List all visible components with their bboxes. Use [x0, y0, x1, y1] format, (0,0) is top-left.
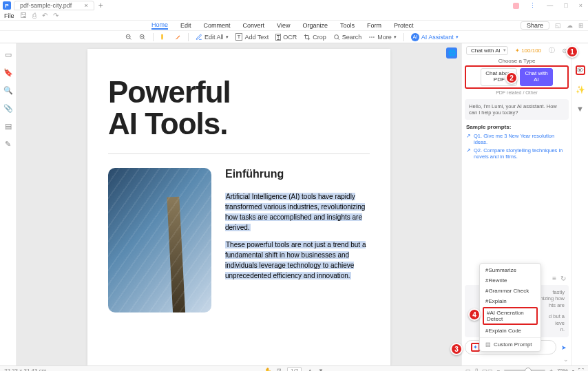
choose-type-label: Choose a Type — [465, 58, 569, 64]
edit-all-button[interactable]: Edit All▾ — [196, 34, 229, 41]
menu-explain-code[interactable]: #Explain Code — [480, 326, 540, 336]
cloud-icon[interactable]: ☁ — [567, 22, 573, 29]
svg-line-4 — [143, 38, 145, 39]
crop-button[interactable]: Crop — [304, 34, 326, 41]
page-dimensions: 22.23 x 31.43 cm — [4, 368, 46, 372]
svg-point-11 — [370, 36, 370, 37]
save-icon[interactable]: 🖫 — [20, 12, 27, 19]
bookmarks-icon[interactable]: 🔖 — [4, 68, 12, 76]
zoom-in-button[interactable] — [139, 34, 146, 41]
subtype-label: PDF related / Other — [465, 90, 569, 95]
window-icon[interactable]: ⊞ — [578, 22, 584, 29]
redo-icon[interactable]: ↷ — [53, 12, 59, 19]
menu-edit[interactable]: Edit — [180, 22, 191, 29]
fullscreen-icon[interactable]: ⛶ — [578, 368, 584, 372]
hand-tool-icon[interactable]: ✋ — [264, 368, 271, 372]
menu-organize[interactable]: Organize — [302, 22, 328, 29]
document-para1[interactable]: Artificial Intelligence (AI) tools have … — [225, 191, 370, 233]
color-indicator — [513, 3, 519, 9]
menu-dots-icon[interactable]: ⋮ — [527, 2, 538, 9]
document-subtitle: Einführung — [225, 168, 370, 180]
annotation-3: 3 — [450, 343, 463, 355]
menu-protect[interactable]: Protect — [394, 22, 414, 29]
file-tab-name: pdf-sample-city.pdf — [20, 2, 72, 9]
signatures-icon[interactable]: ✎ — [4, 140, 12, 148]
sample-prompt-1[interactable]: ↗ Q1. Give me 3 New Year resolution idea… — [466, 133, 567, 145]
view-facing-icon[interactable]: ▭▭ — [482, 368, 493, 372]
menu-convert[interactable]: Convert — [243, 22, 265, 29]
token-count: ✦100/100 — [515, 47, 541, 54]
info-icon[interactable]: ⓘ — [549, 46, 555, 55]
menu-form[interactable]: Form — [367, 22, 381, 29]
next-page-icon[interactable]: ▼ — [318, 368, 324, 372]
menu-grammar[interactable]: #Grammar Check — [480, 286, 540, 296]
undo-icon[interactable]: ↶ — [42, 12, 48, 19]
list-icon: ▤ — [485, 341, 491, 348]
fit-page-icon[interactable]: ⊡ — [277, 368, 282, 372]
annotation-1: 1 — [566, 45, 578, 58]
menu-summarize[interactable]: #Summarize — [480, 265, 540, 275]
page-input[interactable]: 1/2 — [287, 367, 302, 372]
attachments-icon[interactable]: 📎 — [4, 104, 12, 112]
file-menu[interactable]: File — [4, 12, 14, 19]
chat-mode-dropdown[interactable]: Chat with AI — [466, 46, 508, 55]
pdf-page: Powerful AI Tools. Einführung Artificial… — [87, 49, 390, 365]
file-tab[interactable]: pdf-sample-city.pdf × — [14, 1, 94, 10]
user-icon[interactable]: ◱ — [555, 22, 561, 29]
window-minimize-button[interactable]: — — [544, 2, 556, 9]
ai-assistant-button[interactable]: AI AI Assistant▾ — [411, 33, 459, 41]
svg-rect-7 — [161, 34, 163, 39]
svg-point-13 — [374, 36, 375, 37]
window-maximize-button[interactable]: □ — [561, 2, 570, 9]
ocr-button[interactable]: T̲ OCR — [275, 34, 297, 41]
new-tab-button[interactable]: + — [98, 1, 103, 10]
add-text-button[interactable]: T Add Text — [235, 33, 269, 41]
pen-tool[interactable] — [174, 34, 181, 41]
menu-home[interactable]: Home — [151, 21, 168, 30]
menu-custom-prompt[interactable]: ▤ Custom Prompt — [480, 339, 540, 350]
menu-ai-detect[interactable]: #AI Generation Detect — [483, 307, 538, 325]
svg-line-1 — [129, 38, 131, 39]
zoom-out-button[interactable] — [125, 34, 132, 41]
sample-prompts-label: Sample prompts: — [466, 124, 567, 130]
svg-rect-8 — [161, 39, 163, 39]
scroll-down-icon[interactable]: ⌄ — [563, 356, 569, 363]
menu-comment[interactable]: Comment — [204, 22, 231, 29]
annotation-4: 4 — [468, 308, 481, 321]
more-button[interactable]: More▾ — [368, 34, 397, 41]
view-continuous-icon[interactable]: ▯ — [475, 368, 478, 372]
sample-prompt-2[interactable]: ↗ Q2. Compare storytelling techniques in… — [466, 147, 567, 160]
translate-badge-icon[interactable]: 🌐 — [446, 47, 457, 59]
zoom-percent[interactable]: 75% — [557, 368, 568, 372]
svg-point-12 — [372, 36, 372, 37]
zoom-in-status[interactable]: + — [549, 368, 553, 372]
search-button[interactable]: Search — [333, 34, 362, 41]
menu-explain[interactable]: #Explain — [480, 296, 540, 306]
chat-with-ai-button[interactable]: Chat withAI — [520, 68, 552, 86]
document-title: Powerful AI Tools. — [108, 76, 370, 140]
expand-icon[interactable]: ↻ — [560, 275, 566, 282]
document-para2[interactable]: These powerful tools are not just a tren… — [225, 240, 370, 281]
print-icon[interactable]: ⎙ — [32, 12, 36, 19]
filter-icon[interactable]: ▼ — [576, 104, 585, 114]
history-icon[interactable]: ≡ — [552, 275, 556, 282]
window-close-button[interactable]: × — [576, 2, 585, 9]
view-single-icon[interactable]: ▭ — [465, 368, 471, 372]
search-rail-icon[interactable]: 🔍 — [4, 86, 12, 94]
zoom-out-status[interactable]: − — [497, 368, 501, 372]
highlighter-tool[interactable] — [160, 34, 167, 41]
close-tab-icon[interactable]: × — [84, 2, 87, 9]
menu-view[interactable]: View — [277, 22, 290, 29]
menu-rewrite[interactable]: #Rewrite — [480, 275, 540, 286]
svg-point-9 — [334, 34, 338, 39]
arrow-icon: ↗ — [466, 133, 471, 139]
layers-icon[interactable]: ▤ — [4, 122, 12, 130]
prev-page-icon[interactable]: ▲ — [307, 368, 313, 372]
share-button[interactable]: Share — [521, 21, 549, 30]
send-button[interactable]: ➤ — [559, 343, 569, 352]
menu-tools[interactable]: Tools — [340, 22, 355, 29]
ai-greeting: Hello, I'm Lumi, your AI assistant. How … — [465, 99, 569, 120]
star-icon[interactable]: ✨ — [576, 85, 585, 94]
thumbnails-icon[interactable]: ▭ — [4, 50, 12, 59]
eye-icon[interactable]: 👁 — [576, 65, 585, 75]
